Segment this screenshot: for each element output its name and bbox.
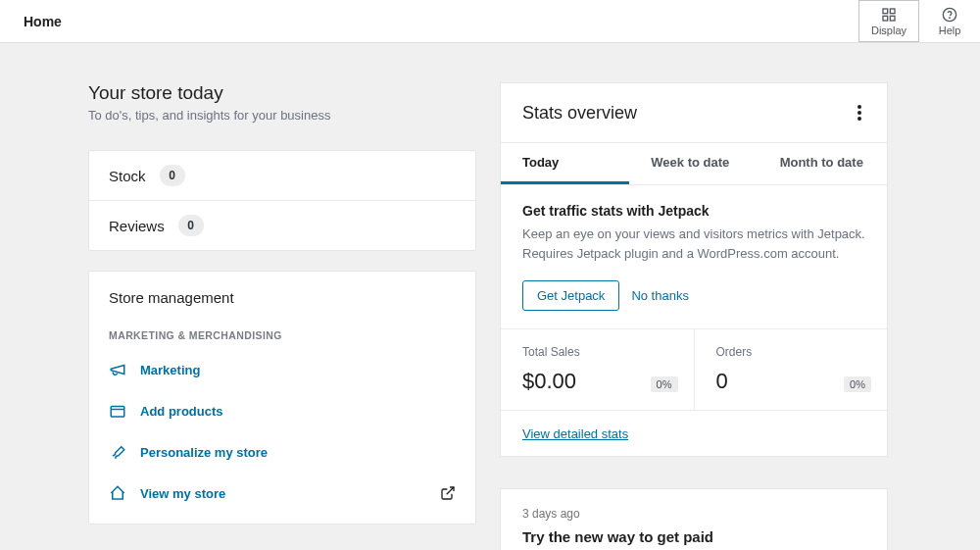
mgmt-title: Store management <box>89 272 475 320</box>
promo-actions: Get Jetpack No thanks <box>522 280 865 311</box>
feed-time: 3 days ago <box>522 507 865 521</box>
metric-label: Total Sales <box>522 345 672 359</box>
svg-rect-1 <box>890 9 895 14</box>
stats-title: Stats overview <box>522 103 637 124</box>
mgmt-view-store[interactable]: View my store <box>89 473 475 514</box>
inbox-reviews-row[interactable]: Reviews 0 <box>89 201 475 250</box>
store-management-card: Store management MARKETING & MERCHANDISI… <box>88 271 476 525</box>
metric-orders: Orders 0 0% <box>695 329 888 410</box>
feed-card: 3 days ago Try the new way to get paid S… <box>500 488 888 550</box>
stats-menu-button[interactable] <box>854 101 865 125</box>
stats-footer: View detailed stats <box>501 411 887 456</box>
promo-title: Get traffic stats with Jetpack <box>522 203 865 219</box>
metric-value: $0.00 <box>522 369 672 394</box>
stats-header: Stats overview <box>501 83 887 143</box>
metric-label: Orders <box>716 345 866 359</box>
help-label: Help <box>939 25 961 36</box>
brush-icon <box>109 443 132 461</box>
display-label: Display <box>871 25 906 36</box>
page-title: Home <box>24 14 62 29</box>
svg-point-5 <box>950 18 951 19</box>
stats-tabs: Today Week to date Month to date <box>501 143 887 185</box>
megaphone-icon <box>109 361 132 378</box>
metric-total-sales: Total Sales $0.00 0% <box>501 329 695 410</box>
mgmt-personalize[interactable]: Personalize my store <box>89 431 475 473</box>
feed-title: Try the new way to get paid <box>522 528 865 545</box>
inbox-label: Reviews <box>109 218 165 234</box>
external-link-icon <box>440 485 456 501</box>
svg-rect-0 <box>883 9 888 14</box>
count-badge: 0 <box>178 215 204 236</box>
no-thanks-button[interactable]: No thanks <box>631 288 689 303</box>
left-column: Your store today To do's, tips, and insi… <box>88 82 476 550</box>
mgmt-label: Marketing <box>140 363 200 377</box>
jetpack-promo: Get traffic stats with Jetpack Keep an e… <box>501 185 887 329</box>
mgmt-label: Add products <box>140 404 223 419</box>
metric-delta: 0% <box>651 376 678 392</box>
tab-month[interactable]: Month to date <box>759 143 887 184</box>
topbar-actions: Display Help <box>858 0 980 42</box>
main: Your store today To do's, tips, and insi… <box>0 43 980 550</box>
mgmt-add-products[interactable]: Add products <box>89 390 475 431</box>
box-icon <box>109 402 132 420</box>
inbox-label: Stock <box>109 168 146 184</box>
metric-delta: 0% <box>844 376 871 392</box>
hero-title: Your store today <box>88 82 476 104</box>
count-badge: 0 <box>160 165 185 186</box>
help-button[interactable]: Help <box>919 0 980 42</box>
mgmt-label: Personalize my store <box>140 445 268 460</box>
display-button[interactable]: Display <box>858 0 919 42</box>
tab-week[interactable]: Week to date <box>629 143 758 184</box>
inbox-card: Stock 0 Reviews 0 <box>88 150 476 251</box>
help-icon <box>942 7 957 23</box>
inbox-stock-row[interactable]: Stock 0 <box>89 151 475 201</box>
grid-icon <box>881 7 897 23</box>
svg-rect-2 <box>883 16 888 21</box>
view-detailed-stats-link[interactable]: View detailed stats <box>522 426 628 441</box>
metrics-row: Total Sales $0.00 0% Orders 0 0% <box>501 329 887 411</box>
hero-subtitle: To do's, tips, and insights for your bus… <box>88 108 476 123</box>
topbar: Home Display Help <box>0 0 980 43</box>
tab-today[interactable]: Today <box>501 143 629 184</box>
promo-text: Keep an eye on your views and visitors m… <box>522 225 865 263</box>
mgmt-label: View my store <box>140 486 225 501</box>
svg-rect-3 <box>890 16 895 21</box>
svg-rect-6 <box>111 407 124 418</box>
mgmt-section-label: MARKETING & MERCHANDISING <box>89 320 475 349</box>
mgmt-marketing[interactable]: Marketing <box>89 349 475 390</box>
right-column: Stats overview Today Week to date Month … <box>500 82 888 550</box>
home-icon <box>109 484 132 502</box>
get-jetpack-button[interactable]: Get Jetpack <box>522 280 619 311</box>
stats-card: Stats overview Today Week to date Month … <box>500 82 888 457</box>
